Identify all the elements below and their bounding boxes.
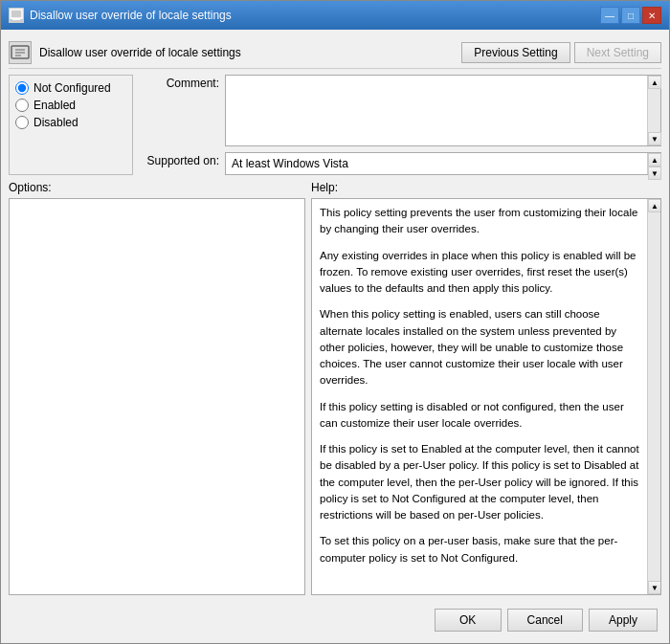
help-scroll-track — [648, 212, 660, 581]
previous-setting-button[interactable]: Previous Setting — [461, 42, 570, 63]
next-setting-button[interactable]: Next Setting — [574, 42, 661, 63]
scroll-track — [648, 89, 660, 132]
options-help-section: Options: Help: This policy setting preve… — [9, 181, 661, 595]
help-label: Help: — [311, 181, 661, 194]
cancel-button[interactable]: Cancel — [507, 609, 583, 632]
header-row: Disallow user override of locale setting… — [9, 37, 661, 69]
comment-textarea[interactable] — [226, 76, 647, 143]
radio-not-configured-input[interactable] — [15, 81, 29, 95]
comment-label: Comment: — [143, 75, 219, 90]
header-icon — [9, 41, 32, 64]
main-window: Disallow user override of locale setting… — [0, 0, 670, 644]
comment-scrollbar: ▲ ▼ — [647, 76, 660, 145]
dialog-title: Disallow user override of locale setting… — [39, 46, 241, 59]
radio-enabled-label[interactable]: Enabled — [34, 99, 76, 112]
radio-enabled-input[interactable] — [15, 99, 29, 112]
window-icon — [9, 8, 24, 23]
comment-wrapper: ▲ ▼ — [225, 75, 661, 146]
window-title: Disallow user override of locale setting… — [30, 9, 232, 22]
apply-button[interactable]: Apply — [589, 609, 658, 632]
radio-disabled[interactable]: Disabled — [15, 116, 126, 129]
supported-select-wrapper: At least Windows Vista ▲ ▼ — [225, 152, 661, 175]
supported-scroll-up[interactable]: ▲ — [648, 153, 661, 167]
svg-rect-1 — [12, 18, 20, 20]
title-bar-left: Disallow user override of locale setting… — [9, 8, 232, 23]
title-bar: Disallow user override of locale setting… — [1, 1, 669, 30]
supported-value: At least Windows Vista — [226, 153, 660, 174]
maximize-button[interactable]: □ — [621, 7, 640, 24]
supported-scroll-down[interactable]: ▼ — [648, 167, 661, 180]
radio-enabled[interactable]: Enabled — [15, 99, 126, 112]
radio-disabled-input[interactable] — [15, 116, 29, 129]
radio-not-configured[interactable]: Not Configured — [15, 81, 126, 95]
header-title-area: Disallow user override of locale setting… — [9, 41, 241, 64]
scroll-up-button[interactable]: ▲ — [648, 76, 661, 89]
footer-row: OK Cancel Apply — [9, 601, 661, 635]
settings-section: Not Configured Enabled Disabled Comment: — [9, 75, 661, 175]
options-label: Options: — [9, 181, 305, 194]
minimize-button[interactable]: — — [600, 7, 619, 24]
title-bar-controls: — □ ✕ — [600, 7, 661, 24]
options-box — [9, 198, 305, 595]
help-scroll-down[interactable]: ▼ — [648, 581, 661, 594]
svg-rect-0 — [11, 10, 22, 18]
radio-disabled-label[interactable]: Disabled — [34, 116, 78, 129]
help-scrollbar: ▲ ▼ — [647, 199, 660, 594]
help-box: This policy setting prevents the user fr… — [311, 198, 661, 595]
help-scroll-up[interactable]: ▲ — [648, 199, 661, 212]
supported-scrollbar: ▲ ▼ — [647, 153, 660, 174]
supported-label: Supported on: — [143, 152, 219, 167]
scroll-down-button[interactable]: ▼ — [648, 132, 661, 145]
comment-row: Comment: ▲ ▼ — [143, 75, 661, 146]
content-area: Disallow user override of locale setting… — [1, 30, 669, 643]
radio-not-configured-label[interactable]: Not Configured — [34, 81, 111, 95]
supported-row: Supported on: At least Windows Vista ▲ ▼ — [143, 152, 661, 175]
ok-button[interactable]: OK — [435, 609, 502, 632]
header-navigation-buttons: Previous Setting Next Setting — [461, 42, 661, 63]
options-panel: Options: — [9, 181, 305, 595]
help-text-content: This policy setting prevents the user fr… — [312, 199, 647, 594]
close-button[interactable]: ✕ — [642, 7, 661, 24]
help-panel: Help: This policy setting prevents the u… — [311, 181, 661, 595]
radio-group: Not Configured Enabled Disabled — [9, 75, 133, 175]
form-fields: Comment: ▲ ▼ Supported on: At least — [143, 75, 661, 175]
